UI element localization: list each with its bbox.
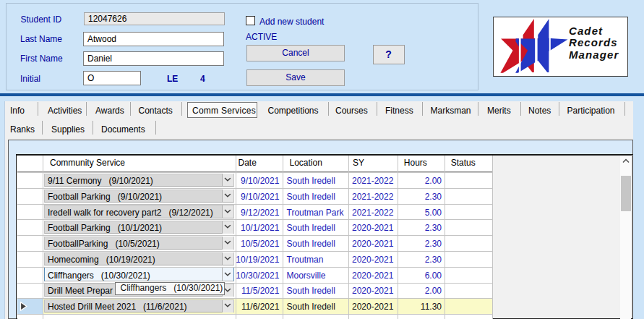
svg-text:Records: Records — [569, 36, 618, 48]
svg-text:Manager: Manager — [569, 48, 619, 61]
svg-text:Cadet: Cadet — [569, 25, 603, 37]
